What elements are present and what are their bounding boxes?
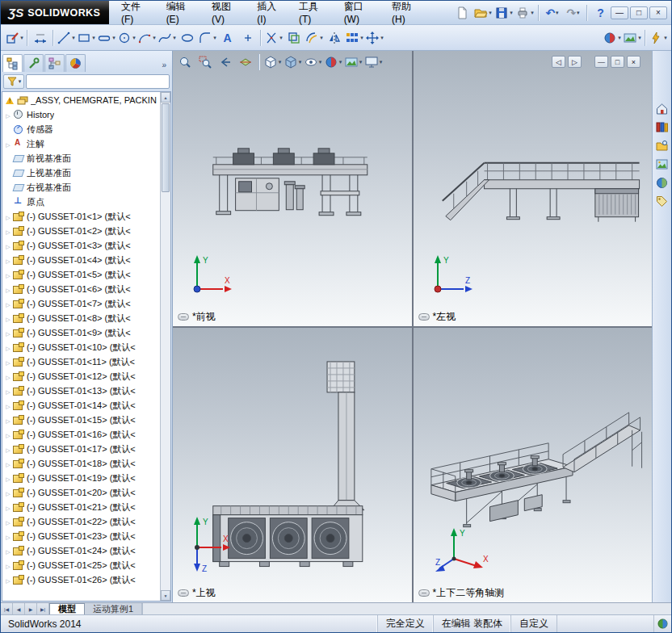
menu-item[interactable]: 视图(V) <box>204 1 250 24</box>
expand-arrow-icon[interactable] <box>4 575 12 585</box>
expand-arrow-icon[interactable] <box>4 255 12 265</box>
tree-item[interactable]: (-) GUSSET-01<11> (默认< <box>2 354 160 369</box>
apply-scene-button[interactable] <box>622 27 642 48</box>
sheet-tab[interactable]: 模型 <box>49 603 85 614</box>
doc-close-button[interactable]: × <box>627 56 640 68</box>
tree-item[interactable]: 前视基准面 <box>2 151 160 166</box>
tree-item[interactable]: (-) GUSSET-01<15> (默认< <box>2 413 160 427</box>
viewport-left-view[interactable]: Y Z *左视 <box>414 51 653 326</box>
panel-expand-chevron[interactable]: » <box>162 61 170 72</box>
sketch-text-button[interactable]: A <box>217 27 237 48</box>
menu-item[interactable]: 工具(T) <box>292 1 337 24</box>
point-tool-button[interactable] <box>237 27 258 48</box>
expand-arrow-icon[interactable] <box>4 342 12 352</box>
expand-arrow-icon[interactable] <box>4 415 12 425</box>
slot-tool-button[interactable] <box>96 27 116 48</box>
tree-item[interactable]: (-) GUSSET-01<25> (默认< <box>2 558 160 572</box>
expand-arrow-icon[interactable] <box>4 226 12 236</box>
tree-item[interactable]: (-) GUSSET-01<3> (默认< <box>2 238 160 253</box>
smart-dimension-button[interactable] <box>30 27 50 48</box>
apply-scene-view-button[interactable] <box>343 53 363 71</box>
tree-root-assembly[interactable]: _ASSY, CHEMGRATE, PACKIN <box>2 93 160 107</box>
tree-item[interactable]: (-) GUSSET-01<16> (默认< <box>2 427 160 442</box>
expand-arrow-icon[interactable] <box>4 430 12 439</box>
pane-previous-button[interactable]: ◁ <box>552 56 565 68</box>
menu-item[interactable]: 插入(I) <box>250 1 292 24</box>
expand-arrow-icon[interactable] <box>4 444 12 454</box>
tree-item[interactable]: (-) GUSSET-01<26> (默认< <box>2 572 160 587</box>
design-library-button[interactable] <box>654 119 670 135</box>
tab-configurationmanager[interactable] <box>44 54 65 72</box>
doc-minimize-button[interactable]: — <box>594 56 608 68</box>
tab-nav-button[interactable]: ▶ <box>25 603 37 614</box>
tree-item[interactable]: (-) GUSSET-01<1> (默认< <box>2 209 160 224</box>
tree-item[interactable]: (-) GUSSET-01<24> (默认< <box>2 543 160 558</box>
convert-entities-button[interactable] <box>284 27 304 48</box>
expand-arrow-icon[interactable] <box>4 531 12 541</box>
spline-tool-button[interactable] <box>157 27 177 48</box>
display-style-button[interactable] <box>283 53 302 71</box>
close-button[interactable]: × <box>649 6 667 19</box>
viewport-top-view[interactable]: Y X Z *上视 <box>173 328 412 603</box>
customize-button[interactable] <box>648 27 668 48</box>
zoom-area-button[interactable] <box>195 53 215 71</box>
tree-item[interactable]: (-) GUSSET-01<7> (默认< <box>2 296 160 311</box>
view-settings-button[interactable] <box>363 53 383 71</box>
tree-item[interactable]: (-) GUSSET-01<8> (默认< <box>2 311 160 325</box>
view-palette-button[interactable] <box>654 156 670 172</box>
tree-item[interactable]: (-) GUSSET-01<19> (默认< <box>2 471 160 485</box>
filter-button[interactable] <box>3 74 24 89</box>
zoom-fit-button[interactable] <box>175 53 195 71</box>
status-sphere-icon[interactable] <box>653 615 671 632</box>
help-button[interactable]: ? <box>590 2 611 23</box>
expand-arrow-icon[interactable] <box>4 110 12 119</box>
section-view-button[interactable] <box>236 53 255 71</box>
viewport-isometric-view[interactable]: Y X Z *上下二等角轴测 <box>414 328 653 603</box>
scroll-down-button[interactable] <box>161 590 170 601</box>
hide-show-items-button[interactable] <box>303 53 322 71</box>
menu-item[interactable]: 编辑(E) <box>159 1 204 24</box>
tree-item[interactable]: (-) GUSSET-01<9> (默认< <box>2 325 160 340</box>
tree-item[interactable]: (-) GUSSET-01<6> (默认< <box>2 282 160 296</box>
tab-propertymanager[interactable] <box>23 54 44 72</box>
filter-input[interactable] <box>26 74 170 89</box>
maximize-button[interactable]: □ <box>630 6 648 19</box>
tree-item[interactable]: (-) GUSSET-01<12> (默认< <box>2 369 160 384</box>
mirror-entities-button[interactable] <box>324 27 344 48</box>
expand-arrow-icon[interactable] <box>4 560 12 570</box>
scrollbar-thumb[interactable] <box>162 103 170 192</box>
tree-item[interactable]: 传感器 <box>2 122 160 136</box>
offset-entities-button[interactable] <box>304 27 324 48</box>
line-tool-button[interactable] <box>56 27 76 48</box>
print-button[interactable] <box>514 2 535 23</box>
view-orientation-button[interactable] <box>262 53 282 71</box>
tree-item[interactable]: (-) GUSSET-01<2> (默认< <box>2 224 160 238</box>
expand-arrow-icon[interactable] <box>4 313 12 323</box>
edit-appearance-view-button[interactable] <box>323 53 342 71</box>
expand-arrow-icon[interactable] <box>4 284 12 294</box>
sketch-button[interactable] <box>4 27 24 48</box>
viewport-front-view[interactable]: Y X *前视 <box>173 51 412 326</box>
tab-featuremanager[interactable] <box>2 54 23 72</box>
doc-restore-button[interactable]: □ <box>611 56 624 68</box>
scroll-up-button[interactable] <box>161 92 170 103</box>
custom-properties-button[interactable] <box>654 193 670 209</box>
minimize-button[interactable]: — <box>611 6 628 19</box>
menu-item[interactable]: 文件(F) <box>114 1 159 24</box>
tab-nav-button[interactable]: ◀ <box>13 603 25 614</box>
tab-nav-button[interactable]: |◀ <box>1 603 13 614</box>
tree-item[interactable]: History <box>2 107 160 122</box>
tree-item[interactable]: 右视基准面 <box>2 180 160 195</box>
expand-arrow-icon[interactable] <box>4 473 12 483</box>
expand-arrow-icon[interactable] <box>4 270 12 279</box>
expand-arrow-icon[interactable] <box>4 517 12 526</box>
ellipse-tool-button[interactable] <box>177 27 197 48</box>
rectangle-tool-button[interactable] <box>76 27 96 48</box>
expand-arrow-icon[interactable] <box>4 241 12 250</box>
file-explorer-button[interactable] <box>654 137 670 153</box>
move-entities-button[interactable] <box>364 27 384 48</box>
expand-arrow-icon[interactable] <box>4 371 12 381</box>
menu-item[interactable]: 窗口(W) <box>337 1 384 24</box>
tree-item[interactable]: (-) GUSSET-01<21> (默认< <box>2 500 160 514</box>
expand-arrow-icon[interactable] <box>4 400 12 410</box>
